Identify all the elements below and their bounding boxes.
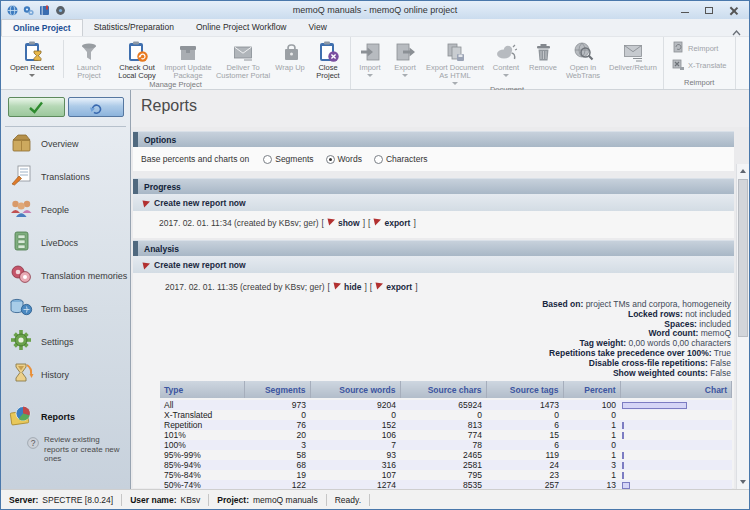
scrollbar-thumb[interactable] [738,179,748,337]
characters-radio-icon[interactable] [374,155,383,164]
settings-gear-icon [9,329,34,355]
close-project-clipboard-icon [317,39,340,64]
table-row: Repetition7615281361 [160,420,732,430]
export-document-icon [394,39,416,64]
options-header: Options [133,131,734,147]
red-marker-icon [327,218,335,228]
reimport-icon [672,41,684,55]
col-header-source-chars[interactable]: Source chars [400,381,486,399]
export-button: Export [387,38,423,85]
status-bar: Server:SPECTRE [8.0.24] User name:KBsv P… [1,489,749,509]
ribbon-tab-row: Online Project Statistics/Preparation On… [1,19,749,37]
analysis-table-header-row: Type Segments Source words Source chars … [160,381,732,399]
col-header-percent[interactable]: Percent [563,381,620,399]
server-gears-icon[interactable] [23,5,34,16]
package-icon [177,39,199,64]
maximize-button[interactable] [697,1,721,19]
percent-bar [622,472,624,479]
base-percents-label: Base percents and charts on [141,154,249,164]
main-pane: Reports Options Base percents and charts… [131,90,749,489]
options-gear-icon[interactable] [55,5,66,16]
confirm-button[interactable] [8,97,65,117]
table-row: All9739204659241473100 [160,399,732,410]
table-row: 100%377860 [160,440,732,450]
group-label-reimport: Reimport [664,78,735,89]
col-header-type[interactable]: Type [160,381,244,399]
content-dropdown-icon [503,74,509,77]
radio-words[interactable]: Words [326,154,362,164]
show-report-link[interactable]: show [338,218,360,228]
col-header-source-words[interactable]: Source words [310,381,400,399]
radio-segments[interactable]: Segments [263,154,313,164]
livedocs-cabinet-icon [9,230,34,256]
deliver-return-button: Deliver/Return [605,38,661,85]
options-body: Base percents and charts on Segments Wor… [133,147,734,171]
sidebar-item-reports[interactable]: Reports [1,400,130,433]
radio-characters[interactable]: Characters [374,154,428,164]
progress-panel: Progress Create new report now 2017. 02.… [133,178,734,238]
reports-pie-chart-icon [9,404,34,430]
words-radio-icon[interactable] [326,155,335,164]
check-out-local-copy-button[interactable]: Check Out Local Copy [112,38,162,80]
red-marker-icon [375,282,383,292]
sidebar-item-people[interactable]: People [1,193,130,226]
analysis-body: 2017. 02. 01. 11:35 (created by KBsv; ge… [133,273,734,488]
analysis-create-report-link[interactable]: Create new report now [133,256,734,273]
deliver-return-envelope-icon [622,39,644,64]
close-button[interactable] [721,1,745,19]
minimize-icon [681,12,689,13]
scroll-down-button[interactable] [737,475,749,489]
tab-online-project[interactable]: Online Project [1,19,83,36]
progress-body: 2017. 02. 01. 11:34 (created by KBsv; ge… [133,211,734,238]
export-report-link[interactable]: export [384,218,410,228]
ribbon-group-manage-project: Open Recent Launch Project Check Out Loc… [1,37,351,89]
sidebar-item-livedocs[interactable]: LiveDocs [1,226,130,259]
status-ready: Ready. [327,494,370,506]
red-marker-icon [142,256,150,274]
tab-view[interactable]: View [298,19,338,36]
window-title: memoQ manuals - memoQ online project [1,5,749,15]
sidebar-item-term-bases[interactable]: Term bases [1,292,130,325]
vertical-scrollbar[interactable] [736,164,749,489]
import-dropdown-icon [367,74,373,77]
segments-radio-icon[interactable] [263,155,272,164]
refresh-button[interactable] [68,97,125,117]
help-icon: ? [27,435,39,464]
export-analysis-link[interactable]: export [386,282,412,292]
col-header-chart[interactable]: Chart [620,381,732,399]
open-recent-button[interactable]: Open Recent [3,38,61,80]
resource-console-icon[interactable] [39,5,50,16]
progress-create-report-link[interactable]: Create new report now [133,194,734,211]
tab-online-project-workflow[interactable]: Online Project Workflow [185,19,298,36]
col-header-source-tags[interactable]: Source tags [486,381,563,399]
ribbon: Open Recent Launch Project Check Out Loc… [1,37,749,90]
memoq-globe-icon[interactable] [7,5,18,16]
analysis-header: Analysis [133,240,734,256]
table-row: 85%-94%683162581243 [160,460,732,470]
maximize-icon [705,7,713,14]
sidebar-item-overview[interactable]: Overview [1,127,130,160]
ribbon-group-reimport: Reimport X-Translate Reimport [664,37,736,89]
close-project-button[interactable]: Close Project [308,38,348,80]
table-row: 101%20106774151 [160,430,732,440]
hide-report-link[interactable]: hide [344,282,361,292]
col-header-segments[interactable]: Segments [244,381,310,399]
term-bases-icon [9,296,34,322]
export-html-icon [444,39,466,64]
sidebar-item-settings[interactable]: Settings [1,325,130,358]
sidebar-item-translation-memories[interactable]: Translation memories [1,259,130,292]
close-icon [729,6,738,15]
content-cloud-icon [495,39,517,64]
open-recent-clipboard-icon [21,39,44,64]
minimize-button[interactable] [673,1,697,19]
sidebar-item-history[interactable]: History [1,358,130,391]
envelope-icon [232,39,254,64]
percent-bar [622,432,624,439]
tab-statistics-preparation[interactable]: Statistics/Preparation [83,19,185,36]
scroll-up-button[interactable] [737,164,749,178]
title-bar: memoQ manuals - memoQ online project [1,1,749,19]
overview-box-icon [9,131,34,157]
sidebar-item-translations[interactable]: Translations [1,160,130,193]
status-server: Server:SPECTRE [8.0.24] [1,494,122,506]
project-sidebar: Overview Translations People LiveDocs Tr… [1,90,131,489]
